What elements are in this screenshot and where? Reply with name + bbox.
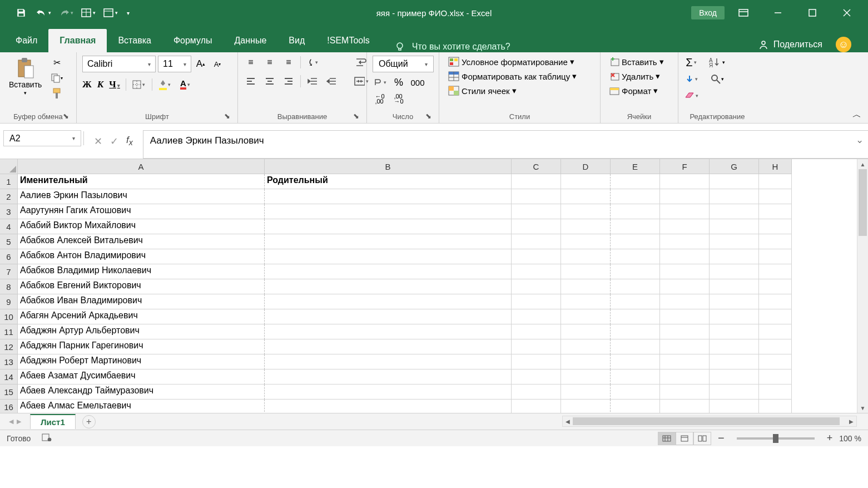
fill-color-icon[interactable] [158, 78, 172, 91]
cell[interactable]: Абаджян Парник Гарегинович [18, 339, 265, 354]
delete-cells-button[interactable]: Удалить ▾ [606, 70, 663, 82]
cell[interactable] [512, 369, 561, 385]
zoom-thumb[interactable] [773, 434, 778, 443]
enter-icon[interactable]: ✓ [110, 135, 118, 147]
zoom-level[interactable]: 100 % [839, 434, 861, 443]
borders-icon[interactable] [132, 78, 146, 91]
increase-decimal-icon[interactable]: ←0,00 [373, 92, 387, 106]
column-header-D[interactable]: D [561, 159, 611, 174]
undo-icon[interactable]: ▾ [33, 3, 53, 23]
cell[interactable] [759, 400, 792, 413]
cell[interactable] [759, 264, 792, 279]
cell[interactable] [710, 189, 759, 204]
align-dialog-icon[interactable]: ⬊ [352, 112, 360, 120]
tell-me[interactable]: Что вы хотите сделать? [394, 41, 510, 52]
cell[interactable] [512, 294, 561, 309]
cell[interactable] [561, 309, 611, 324]
cell[interactable]: Абаджян Роберт Мартинович [18, 354, 265, 369]
cell[interactable] [265, 324, 512, 339]
autosum-icon[interactable]: Σ [684, 56, 698, 69]
font-size-combo[interactable]: 11▾ [158, 56, 191, 72]
cell[interactable]: Абагян Арсений Аркадьевич [18, 309, 265, 324]
tab-data[interactable]: Данные [224, 29, 278, 52]
cell[interactable] [710, 204, 759, 219]
row-header[interactable]: 14 [0, 369, 17, 385]
cell[interactable] [561, 369, 611, 385]
minimize-icon[interactable] [762, 2, 793, 24]
cell[interactable] [710, 279, 759, 294]
cell[interactable] [660, 174, 710, 189]
cell[interactable] [660, 385, 710, 400]
cell[interactable] [660, 204, 710, 219]
cell[interactable] [512, 264, 561, 279]
cell[interactable] [561, 189, 611, 204]
cell[interactable] [660, 189, 710, 204]
font-name-combo[interactable]: Calibri▾ [82, 56, 156, 72]
cell[interactable] [265, 189, 512, 204]
cell[interactable] [611, 309, 660, 324]
qat-custom-icon-2[interactable]: ▾ [100, 3, 120, 23]
page-layout-view-icon[interactable] [676, 432, 693, 445]
cell[interactable] [660, 279, 710, 294]
comma-icon[interactable]: 000 [410, 76, 425, 89]
column-header-G[interactable]: G [710, 159, 759, 174]
number-format-combo[interactable]: Общий▾ [373, 56, 434, 72]
bold-button[interactable]: Ж [82, 79, 92, 90]
cell[interactable] [710, 234, 759, 249]
cell[interactable] [710, 400, 759, 413]
row-header[interactable]: 4 [0, 219, 17, 234]
cell[interactable] [660, 339, 710, 354]
cell[interactable] [611, 219, 660, 234]
align-middle-icon[interactable]: ≡ [262, 56, 277, 69]
cell[interactable]: Абаев Азамат Дусимбаевич [18, 369, 265, 385]
cell[interactable] [561, 294, 611, 309]
cell[interactable] [611, 339, 660, 354]
format-cells-button[interactable]: Формат ▾ [606, 85, 661, 97]
hscroll-thumb[interactable] [573, 417, 840, 425]
column-header-B[interactable]: B [265, 159, 512, 174]
cell[interactable] [561, 174, 611, 189]
scroll-up-icon[interactable]: ▲ [857, 159, 868, 169]
formula-input[interactable]: Аалиев Эркин Пазылович ⌄ [143, 130, 868, 159]
cell[interactable] [759, 174, 792, 189]
cell[interactable] [759, 189, 792, 204]
cell[interactable]: Абабков Антон Владимирович [18, 249, 265, 264]
collapse-ribbon-icon[interactable]: ︿ [852, 109, 861, 121]
decrease-decimal-icon[interactable]: ,00→0 [391, 92, 406, 106]
cell[interactable] [611, 294, 660, 309]
column-header-E[interactable]: E [611, 159, 660, 174]
cell[interactable] [265, 339, 512, 354]
font-color-icon[interactable]: А [178, 78, 192, 91]
cell[interactable] [759, 249, 792, 264]
cell[interactable] [611, 324, 660, 339]
vertical-scrollbar[interactable]: ▲ ▼ [857, 159, 868, 413]
cell[interactable] [759, 219, 792, 234]
align-left-icon[interactable] [244, 75, 258, 88]
cell[interactable] [561, 234, 611, 249]
cell[interactable] [561, 279, 611, 294]
cell[interactable]: Абабков Владимир Николаевич [18, 264, 265, 279]
increase-font-icon[interactable]: A▴ [194, 57, 208, 71]
cell[interactable] [710, 385, 759, 400]
conditional-formatting-button[interactable]: Условное форматирование ▾ [445, 56, 578, 68]
copy-icon[interactable]: ▾ [49, 71, 64, 85]
cell[interactable] [660, 294, 710, 309]
cell[interactable] [759, 354, 792, 369]
cell[interactable] [611, 234, 660, 249]
clipboard-dialog-icon[interactable]: ⬊ [62, 112, 70, 120]
qat-customize-icon[interactable]: ▾ [122, 3, 133, 23]
cell[interactable]: Абабков Иван Владимирович [18, 294, 265, 309]
cell[interactable] [512, 324, 561, 339]
cell[interactable] [759, 369, 792, 385]
align-bottom-icon[interactable]: ≡ [281, 56, 296, 69]
cell[interactable] [759, 234, 792, 249]
cell[interactable] [759, 204, 792, 219]
page-break-view-icon[interactable] [693, 432, 711, 445]
cell[interactable] [512, 339, 561, 354]
row-header[interactable]: 9 [0, 294, 17, 309]
cell[interactable] [265, 309, 512, 324]
cell[interactable] [660, 234, 710, 249]
cell[interactable] [710, 339, 759, 354]
cell[interactable] [660, 249, 710, 264]
row-header[interactable]: 13 [0, 354, 17, 369]
